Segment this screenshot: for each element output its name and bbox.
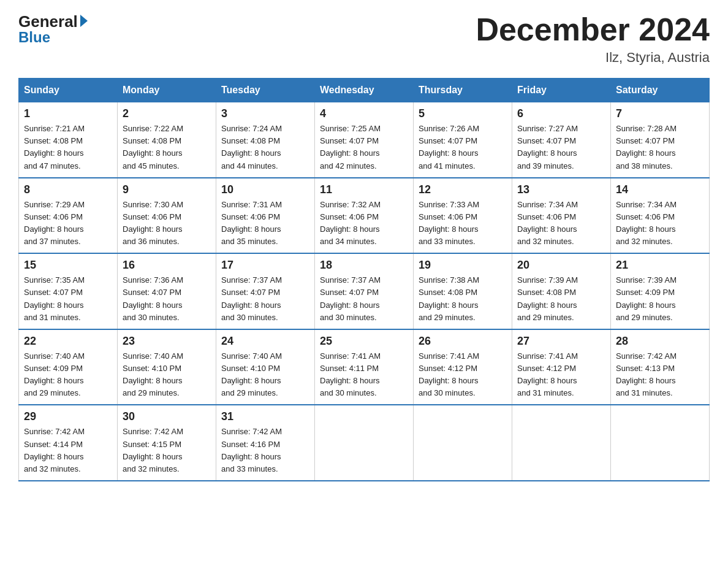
- calendar-week-row: 1 Sunrise: 7:21 AM Sunset: 4:08 PM Dayli…: [19, 102, 710, 178]
- sunrise-label: Sunrise: 7:28 AM: [616, 124, 677, 133]
- daylight-label: Daylight: 8 hours: [24, 301, 84, 310]
- sunrise-label: Sunrise: 7:41 AM: [517, 351, 578, 361]
- weekday-header-sunday: Sunday: [19, 79, 118, 102]
- day-number: 8: [24, 183, 112, 196]
- day-info: Sunrise: 7:39 AM Sunset: 4:08 PM Dayligh…: [517, 274, 605, 324]
- sunset-label: Sunset: 4:07 PM: [221, 288, 280, 297]
- day-info: Sunrise: 7:41 AM Sunset: 4:12 PM Dayligh…: [419, 350, 507, 400]
- daylight-label: Daylight: 8 hours: [24, 148, 84, 158]
- sunrise-label: Sunrise: 7:40 AM: [24, 351, 85, 361]
- daylight-label: Daylight: 8 hours: [616, 148, 676, 158]
- sunrise-label: Sunrise: 7:22 AM: [123, 124, 183, 133]
- sunrise-label: Sunrise: 7:27 AM: [517, 124, 578, 133]
- daylight-minutes: and 32 minutes.: [24, 464, 81, 473]
- sunrise-label: Sunrise: 7:40 AM: [221, 351, 282, 361]
- sunset-label: Sunset: 4:16 PM: [221, 440, 280, 449]
- calendar-cell: 15 Sunrise: 7:35 AM Sunset: 4:07 PM Dayl…: [19, 253, 118, 329]
- sunrise-label: Sunrise: 7:35 AM: [24, 275, 85, 285]
- day-info: Sunrise: 7:41 AM Sunset: 4:12 PM Dayligh…: [517, 350, 605, 400]
- day-number: 29: [24, 410, 112, 423]
- sunrise-label: Sunrise: 7:37 AM: [221, 275, 282, 285]
- daylight-label: Daylight: 8 hours: [221, 224, 281, 234]
- sunrise-label: Sunrise: 7:30 AM: [123, 200, 183, 209]
- daylight-label: Daylight: 8 hours: [320, 148, 380, 158]
- day-number: 2: [123, 107, 211, 120]
- sunset-label: Sunset: 4:07 PM: [517, 136, 576, 145]
- day-number: 17: [221, 259, 309, 272]
- day-number: 25: [320, 335, 408, 348]
- day-info: Sunrise: 7:24 AM Sunset: 4:08 PM Dayligh…: [221, 123, 309, 172]
- daylight-minutes: and 30 minutes.: [123, 313, 180, 322]
- daylight-minutes: and 32 minutes.: [517, 237, 574, 246]
- calendar-week-row: 15 Sunrise: 7:35 AM Sunset: 4:07 PM Dayl…: [19, 253, 710, 329]
- sunset-label: Sunset: 4:06 PM: [517, 212, 576, 221]
- day-number: 14: [616, 183, 704, 196]
- daylight-minutes: and 30 minutes.: [320, 313, 377, 322]
- daylight-label: Daylight: 8 hours: [24, 376, 84, 385]
- calendar-cell: 4 Sunrise: 7:25 AM Sunset: 4:07 PM Dayli…: [315, 102, 414, 178]
- day-number: 6: [517, 107, 605, 120]
- day-number: 10: [221, 183, 309, 196]
- calendar-cell: 20 Sunrise: 7:39 AM Sunset: 4:08 PM Dayl…: [512, 253, 611, 329]
- page-subtitle: Ilz, Styria, Austria: [476, 50, 710, 66]
- sunset-label: Sunset: 4:12 PM: [517, 364, 576, 373]
- calendar-cell: 29 Sunrise: 7:42 AM Sunset: 4:14 PM Dayl…: [19, 405, 118, 481]
- sunset-label: Sunset: 4:11 PM: [320, 364, 379, 373]
- sunset-label: Sunset: 4:13 PM: [616, 364, 675, 373]
- day-info: Sunrise: 7:42 AM Sunset: 4:13 PM Dayligh…: [616, 350, 704, 400]
- daylight-minutes: and 41 minutes.: [419, 161, 476, 170]
- calendar-cell: [315, 405, 414, 481]
- day-info: Sunrise: 7:42 AM Sunset: 4:15 PM Dayligh…: [123, 426, 211, 475]
- day-info: Sunrise: 7:30 AM Sunset: 4:06 PM Dayligh…: [123, 199, 211, 248]
- daylight-minutes: and 29 minutes.: [123, 388, 180, 397]
- sunrise-label: Sunrise: 7:32 AM: [320, 200, 381, 209]
- sunset-label: Sunset: 4:06 PM: [24, 212, 83, 221]
- weekday-header-thursday: Thursday: [414, 79, 512, 102]
- day-info: Sunrise: 7:36 AM Sunset: 4:07 PM Dayligh…: [123, 274, 211, 324]
- day-info: Sunrise: 7:22 AM Sunset: 4:08 PM Dayligh…: [123, 123, 211, 172]
- sunset-label: Sunset: 4:10 PM: [123, 364, 181, 373]
- calendar-cell: 19 Sunrise: 7:38 AM Sunset: 4:08 PM Dayl…: [414, 253, 512, 329]
- day-number: 21: [616, 259, 704, 272]
- day-number: 13: [517, 183, 605, 196]
- daylight-label: Daylight: 8 hours: [419, 148, 479, 158]
- day-info: Sunrise: 7:37 AM Sunset: 4:07 PM Dayligh…: [221, 274, 309, 324]
- sunset-label: Sunset: 4:06 PM: [221, 212, 280, 221]
- day-number: 27: [517, 335, 605, 348]
- calendar-cell: 14 Sunrise: 7:34 AM Sunset: 4:06 PM Dayl…: [611, 178, 710, 254]
- day-info: Sunrise: 7:38 AM Sunset: 4:08 PM Dayligh…: [419, 274, 507, 324]
- sunrise-label: Sunrise: 7:33 AM: [419, 200, 479, 209]
- day-info: Sunrise: 7:29 AM Sunset: 4:06 PM Dayligh…: [24, 199, 112, 248]
- sunrise-label: Sunrise: 7:34 AM: [616, 200, 677, 209]
- day-number: 19: [419, 259, 507, 272]
- sunset-label: Sunset: 4:08 PM: [517, 288, 576, 297]
- sunset-label: Sunset: 4:06 PM: [419, 212, 477, 221]
- day-number: 23: [123, 335, 211, 348]
- sunrise-label: Sunrise: 7:40 AM: [123, 351, 183, 361]
- daylight-minutes: and 31 minutes.: [24, 313, 81, 322]
- sunset-label: Sunset: 4:15 PM: [123, 440, 181, 449]
- calendar-cell: 9 Sunrise: 7:30 AM Sunset: 4:06 PM Dayli…: [118, 178, 216, 254]
- sunrise-label: Sunrise: 7:31 AM: [221, 200, 282, 209]
- daylight-minutes: and 39 minutes.: [517, 161, 574, 170]
- daylight-label: Daylight: 8 hours: [419, 224, 479, 234]
- sunset-label: Sunset: 4:08 PM: [24, 136, 83, 145]
- sunset-label: Sunset: 4:12 PM: [419, 364, 477, 373]
- day-info: Sunrise: 7:25 AM Sunset: 4:07 PM Dayligh…: [320, 123, 408, 172]
- daylight-minutes: and 33 minutes.: [221, 464, 278, 473]
- daylight-label: Daylight: 8 hours: [24, 224, 84, 234]
- sunset-label: Sunset: 4:09 PM: [616, 288, 675, 297]
- day-info: Sunrise: 7:26 AM Sunset: 4:07 PM Dayligh…: [419, 123, 507, 172]
- day-number: 22: [24, 335, 112, 348]
- calendar-cell: [611, 405, 710, 481]
- calendar-cell: 16 Sunrise: 7:36 AM Sunset: 4:07 PM Dayl…: [118, 253, 216, 329]
- sunrise-label: Sunrise: 7:42 AM: [221, 427, 282, 436]
- day-number: 15: [24, 259, 112, 272]
- day-info: Sunrise: 7:42 AM Sunset: 4:16 PM Dayligh…: [221, 426, 309, 475]
- daylight-minutes: and 37 minutes.: [24, 237, 81, 246]
- sunset-label: Sunset: 4:07 PM: [616, 136, 675, 145]
- sunrise-label: Sunrise: 7:41 AM: [320, 351, 381, 361]
- day-number: 3: [221, 107, 309, 120]
- daylight-label: Daylight: 8 hours: [123, 224, 183, 234]
- sunrise-label: Sunrise: 7:24 AM: [221, 124, 282, 133]
